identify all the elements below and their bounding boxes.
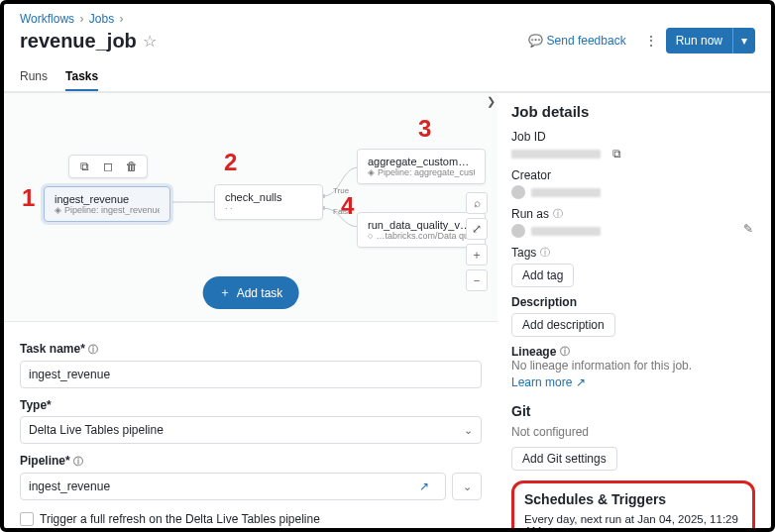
page-header: revenue_job ☆ 💬 Send feedback ⋮ Run now … (4, 28, 771, 61)
pipeline-dropdown[interactable]: ⌄ (452, 473, 482, 500)
add-git-settings-button[interactable]: Add Git settings (511, 447, 617, 471)
details-title: Job details (511, 103, 755, 120)
pipeline-label: Pipeline* ⓘ (20, 454, 482, 469)
collapse-details-icon[interactable]: ❯ (487, 95, 496, 108)
breadcrumb-workflows[interactable]: Workflows (20, 12, 74, 26)
breadcrumb: Workflows › Jobs › (4, 4, 771, 28)
tab-runs[interactable]: Runs (20, 61, 48, 91)
chevron-down-icon: ⌄ (464, 424, 473, 437)
canvas-tools: ⌕ ⤢ ＋ － (466, 192, 488, 291)
node-title: aggregate_customer_data (368, 156, 475, 167)
full-refresh-label: Trigger a full refresh on the Delta Live… (40, 512, 320, 526)
info-icon[interactable]: ⓘ (73, 456, 83, 467)
full-refresh-checkbox[interactable]: Trigger a full refresh on the Delta Live… (20, 512, 482, 526)
send-feedback-label: Send feedback (547, 34, 626, 48)
add-task-label: Add task (237, 286, 283, 300)
pipeline-select[interactable]: ingest_revenue ↗ (20, 473, 446, 500)
node-toolbar: ⧉ ◻ 🗑 (68, 155, 148, 178)
star-icon[interactable]: ☆ (143, 32, 157, 51)
info-icon[interactable]: ⓘ (88, 344, 98, 355)
task-node-aggregate[interactable]: aggregate_customer_data ◈Pipeline: aggre… (357, 149, 486, 184)
run-as-value (511, 224, 755, 238)
send-feedback-link[interactable]: 💬 Send feedback (528, 34, 626, 48)
type-select[interactable]: Delta Live Tables pipeline ⌄ (20, 416, 482, 444)
external-link-icon[interactable]: ↗ (419, 479, 429, 493)
add-tag-button[interactable]: Add tag (511, 264, 574, 287)
learn-more-link[interactable]: Learn more↗ (511, 375, 586, 389)
task-form: Task name* ⓘ ingest_revenue Type* Delta … (4, 321, 498, 532)
search-canvas-icon[interactable]: ⌕ (466, 192, 488, 214)
schedules-box: Schedules & Triggers Every day, next run… (511, 480, 755, 532)
task-name-input[interactable]: ingest_revenue (20, 361, 482, 388)
job-id-label: Job ID (511, 130, 755, 144)
tags-label: Tagsⓘ (511, 246, 755, 260)
run-as-label: Run asⓘ (511, 207, 755, 221)
pipeline-value: ingest_revenue (29, 479, 110, 493)
avatar (511, 185, 525, 199)
info-icon[interactable]: ⓘ (560, 345, 570, 359)
node-title: check_nulls (225, 191, 312, 203)
type-value: Delta Live Tables pipeline (29, 423, 164, 437)
plus-icon: ＋ (219, 284, 231, 301)
lineage-label: Lineageⓘ (511, 345, 755, 359)
add-description-button[interactable]: Add description (511, 313, 615, 337)
expand-canvas-icon[interactable]: ⤢ (466, 218, 488, 240)
speech-icon: 💬 (528, 34, 543, 48)
schedules-title: Schedules & Triggers (524, 491, 742, 507)
chevron-down-icon: ⌄ (463, 480, 472, 493)
schedules-description: Every day, next run at Jan 04, 2025, 11:… (524, 513, 742, 532)
git-title: Git (511, 403, 755, 419)
tab-tasks[interactable]: Tasks (65, 61, 98, 91)
copy-node-icon[interactable]: ⧉ (77, 160, 91, 173)
external-link-icon: ↗ (576, 375, 586, 389)
node-subtitle: · · (225, 203, 312, 213)
node-title: ingest_revenue (55, 193, 160, 205)
creator-label: Creator (511, 168, 755, 182)
details-panel: Job details Job ID ⧉ Creator Run asⓘ ✎ T… (498, 92, 771, 532)
callout-3: 3 (418, 115, 431, 143)
info-icon[interactable]: ⓘ (553, 207, 563, 221)
type-label: Type* (20, 398, 482, 412)
run-now-dropdown[interactable]: ▾ (732, 28, 755, 53)
lineage-text: No lineage information for this job. (511, 359, 755, 372)
task-node-check-nulls[interactable]: check_nulls · · (214, 184, 323, 220)
job-id-value: ⧉ (511, 147, 755, 160)
task-node-ingest-revenue[interactable]: ingest_revenue ◈Pipeline: ingest_revenue (44, 186, 170, 222)
page-title: revenue_job (20, 30, 137, 53)
zoom-in-icon[interactable]: ＋ (466, 244, 488, 266)
run-now-button[interactable]: Run now (666, 28, 732, 53)
description-label: Description (511, 295, 755, 309)
comment-node-icon[interactable]: ◻ (101, 160, 115, 173)
task-graph-canvas[interactable]: ❯ True False 1 2 3 4 ⧉ ◻ 🗑 ingest_revenu… (4, 93, 498, 321)
checkbox-box (20, 512, 34, 526)
node-subtitle: ◈Pipeline: aggregate_customers (368, 167, 475, 177)
zoom-out-icon[interactable]: － (466, 269, 488, 291)
callout-2: 2 (224, 149, 237, 176)
task-name-label: Task name* ⓘ (20, 342, 482, 357)
git-status: Not configured (511, 425, 755, 439)
node-subtitle: ◈Pipeline: ingest_revenue (55, 205, 160, 215)
node-subtitle: ○…tabricks.com/Data quality validation (368, 231, 475, 241)
overflow-menu-icon[interactable]: ⋮ (636, 33, 666, 49)
callout-1: 1 (22, 184, 35, 212)
task-name-value: ingest_revenue (29, 368, 110, 381)
copy-icon[interactable]: ⧉ (612, 147, 621, 160)
edit-run-as-icon[interactable]: ✎ (743, 222, 753, 236)
avatar (511, 224, 525, 238)
add-task-button[interactable]: ＋ Add task (203, 276, 299, 309)
tab-bar: Runs Tasks (4, 61, 771, 92)
callout-4: 4 (341, 192, 354, 220)
node-title: run_data_quality_validation (368, 219, 475, 231)
info-icon[interactable]: ⓘ (540, 246, 550, 260)
breadcrumb-jobs[interactable]: Jobs (89, 12, 114, 26)
creator-value (511, 185, 755, 199)
delete-node-icon[interactable]: 🗑 (125, 160, 139, 173)
